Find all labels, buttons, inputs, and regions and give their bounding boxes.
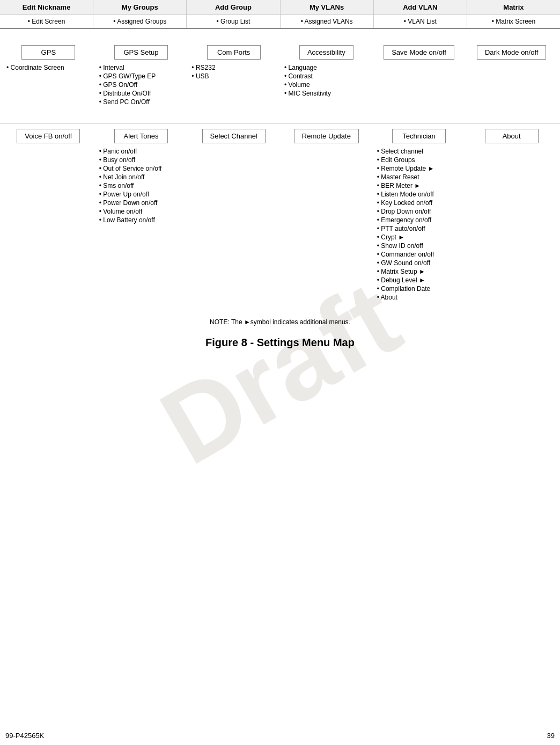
menu-box-gps-setup[interactable]: GPS Setup [114, 45, 168, 60]
menu-save-mode: Save Mode on/off [373, 45, 466, 64]
menu-box-select-channel[interactable]: Select Channel [202, 129, 266, 143]
menu-box-about[interactable]: About [485, 129, 539, 143]
menu-gps: GPS Coordinate Screen [2, 45, 95, 72]
menu-box-com-ports[interactable]: Com Ports [207, 45, 261, 60]
nav-my-vlans[interactable]: My VLANs [281, 0, 374, 14]
note-text: NOTE: The ►symbol indicates additional m… [0, 318, 560, 326]
menu-items-accessibility: Language Contrast Volume MIC Sensitivity [280, 64, 373, 98]
sub-nav-edit-screen[interactable]: • Edit Screen [0, 15, 93, 28]
menu-select-channel: Select Channel [187, 129, 280, 148]
menu-items-com-ports: RS232 USB [187, 64, 280, 81]
menu-dark-mode: Dark Mode on/off [465, 45, 558, 64]
menu-box-alert-tones[interactable]: Alert Tones [114, 129, 168, 143]
menu-items-technician: Select channel Edit Groups Remote Update… [373, 148, 466, 302]
sub-nav: • Edit Screen • Assigned Groups • Group … [0, 15, 560, 29]
menu-voice-fb: Voice FB on/off [2, 129, 95, 148]
menu-box-dark-mode[interactable]: Dark Mode on/off [477, 45, 546, 60]
nav-my-groups[interactable]: My Groups [93, 0, 187, 14]
menu-about: About [465, 129, 558, 148]
sub-nav-group-list[interactable]: • Group List [187, 15, 280, 28]
sub-nav-vlan-list[interactable]: • VLAN List [374, 15, 467, 28]
sub-nav-assigned-groups[interactable]: • Assigned Groups [93, 15, 187, 28]
nav-add-group[interactable]: Add Group [187, 0, 280, 14]
menu-items-alert-tones: Panic on/off Busy on/off Out of Service … [95, 148, 188, 225]
footer-left: 99-P42565K [5, 732, 44, 740]
menu-box-voice-fb[interactable]: Voice FB on/off [17, 129, 80, 143]
menu-box-technician[interactable]: Technician [392, 129, 446, 143]
menu-items-gps: Coordinate Screen [2, 64, 95, 72]
footer-right: 39 [547, 732, 555, 740]
menu-com-ports: Com Ports RS232 USB [187, 45, 280, 81]
menu-box-remote-update[interactable]: Remote Update [294, 129, 359, 143]
separator1 [0, 123, 560, 123]
menu-alert-tones: Alert Tones Panic on/off Busy on/off Out… [95, 129, 188, 225]
nav-edit-nickname[interactable]: Edit Nickname [0, 0, 93, 14]
figure-caption: Figure 8 - Settings Menu Map [0, 337, 560, 349]
sub-nav-matrix-screen[interactable]: • Matrix Screen [467, 15, 560, 28]
menu-box-gps[interactable]: GPS [21, 45, 75, 60]
nav-add-vlan[interactable]: Add VLAN [374, 0, 467, 14]
menu-box-accessibility[interactable]: Accessibility [299, 45, 353, 60]
top-nav: Edit Nickname My Groups Add Group My VLA… [0, 0, 560, 15]
sub-nav-assigned-vlans[interactable]: • Assigned VLANs [281, 15, 374, 28]
section1-row: GPS Coordinate Screen GPS Setup Interval… [0, 45, 560, 107]
page-footer: 99-P42565K 39 [5, 732, 555, 740]
menu-items-gps-setup: Interval GPS GW/Type EP GPS On/Off Distr… [95, 64, 188, 107]
menu-gps-setup: GPS Setup Interval GPS GW/Type EP GPS On… [95, 45, 188, 107]
menu-accessibility: Accessibility Language Contrast Volume M… [280, 45, 373, 98]
menu-remote-update: Remote Update [280, 129, 373, 148]
menu-technician: Technician Select channel Edit Groups Re… [373, 129, 466, 302]
page-content: Edit Nickname My Groups Add Group My VLA… [0, 0, 560, 349]
section2-row: Voice FB on/off Alert Tones Panic on/off… [0, 129, 560, 302]
nav-matrix[interactable]: Matrix [467, 0, 560, 14]
menu-box-save-mode[interactable]: Save Mode on/off [384, 45, 454, 60]
